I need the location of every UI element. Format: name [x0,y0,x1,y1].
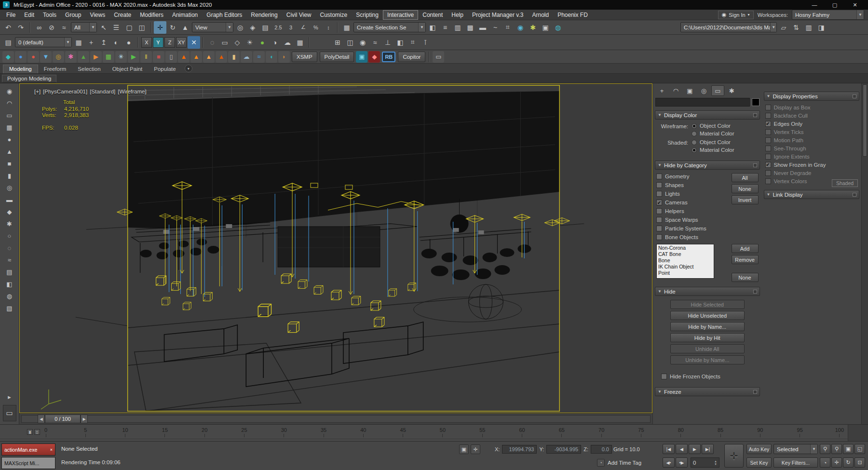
x-coordinate-field[interactable]: 19994.793 [502,445,537,454]
light-lister-icon[interactable]: ☀ [244,36,256,49]
menu-item[interactable]: Edit [20,10,39,20]
select-and-rotate-icon[interactable]: ↻ [166,21,179,34]
category-checkbox[interactable]: Shapes [656,181,732,189]
display-color-rollout[interactable]: ▼ Display Color [655,110,760,120]
axis-constraint-button[interactable]: X [141,37,152,48]
hide-button[interactable]: Unhide All [670,344,745,353]
open-recent-icon[interactable]: ⇅ [790,21,802,34]
schematic-view-icon[interactable]: ⌗ [502,21,514,34]
timeline-tick[interactable]: 95 [793,427,807,437]
category-list-item[interactable]: Non-Corona [658,245,712,251]
colorist-tool-icon[interactable]: ◆ [368,51,380,63]
display-property-checkbox[interactable]: Backface Cull [765,111,859,120]
phoenix-smoke-icon[interactable]: ☁ [241,51,252,63]
phoenix-ocean-icon[interactable]: ≈ [253,51,265,63]
remove-button[interactable]: Remove [732,255,759,264]
menu-item[interactable]: Arnold [528,10,553,20]
previous-frame-arrow[interactable]: ◀ [38,415,45,423]
motion-tab-icon[interactable]: ◎ [697,85,710,96]
link-display-rollout[interactable]: ▼ Link Display [764,190,860,199]
orbit-icon[interactable]: ↻ [843,457,854,468]
set-key-button[interactable]: Set Key [746,457,772,468]
ribbon-tab[interactable]: Freeform [38,65,72,73]
panel-tool-icon[interactable]: ▤ [3,266,16,278]
named-selection-set-select[interactable]: Create Selection Se▼ [353,22,426,32]
timeline-tick[interactable]: 0 [39,427,53,437]
menu-item[interactable]: Phoenix FD [553,10,592,20]
viewport-camera-menu[interactable]: [PhysCamera001] [43,89,87,94]
current-layer-icon[interactable]: ● [122,36,135,49]
menu-item[interactable]: Animation [168,10,202,20]
menu-item[interactable]: Customize [316,10,352,20]
rectangular-selection-region-icon[interactable]: ▢ [123,21,136,34]
timeline-tick[interactable]: 55 [475,427,489,437]
reference-coordinate-select[interactable]: View▼ [192,22,233,32]
measure-ruler-icon[interactable]: ▭ [433,51,444,63]
undo-icon[interactable]: ↶ [2,21,14,34]
hide-button[interactable]: Hide by Hit [670,333,745,342]
time-slider-value[interactable]: 0 / 100 [45,415,81,423]
display-property-checkbox[interactable]: Show Frozen in Gray [765,161,859,169]
timeline-tick[interactable]: 80 [674,427,688,437]
window-crossing-toggle-icon[interactable]: ◫ [136,21,148,34]
selection-lock-toggle-icon[interactable]: ▣ [459,444,469,454]
viewport-general-menu[interactable]: [+] [34,89,41,94]
sim-stop-icon[interactable]: ■ [153,51,164,63]
exposure-control-icon[interactable]: ◑ [269,36,281,49]
mirror-icon[interactable]: ◧ [426,21,439,34]
lighting-analysis-icon[interactable]: ● [256,36,269,49]
ribbon-tab[interactable]: Selection [72,65,106,73]
phoenix-fire-3-icon[interactable]: ▲ [203,51,215,63]
camera-viewport[interactable]: [+][PhysCamera001][Standard][Wireframe] … [19,83,652,413]
wireframe-object-color-radio[interactable]: Object Color [692,123,734,129]
snow-generator-icon[interactable]: ✳ [115,51,127,63]
percent-snap-icon[interactable]: % [310,21,322,34]
hierarchy-tab-icon[interactable]: ▣ [683,85,696,96]
asset-browser-icon[interactable]: ▥ [802,21,815,34]
xsmp-button[interactable]: XSMP [292,52,317,62]
category-checkbox[interactable]: Cameras [656,198,732,207]
display-property-checkbox[interactable]: Ignore Extents [765,152,859,161]
menu-item[interactable]: Group [61,10,85,20]
hide-button[interactable]: Hide Selected [670,300,745,309]
add-button[interactable]: Add [732,244,759,253]
phoenix-candle-icon[interactable]: ▮ [228,51,240,63]
monitor-tool-icon[interactable]: ▣ [356,51,367,63]
use-pivot-center-icon[interactable]: ◎ [234,21,246,34]
utilities-tab-icon[interactable]: ✱ [725,85,738,96]
absolute-offset-toggle-icon[interactable]: ✛ [471,444,480,454]
category-checkbox[interactable]: Particle Systems [656,224,732,233]
y-coordinate-field[interactable]: -9034.995 [546,445,581,454]
wireframe-material-color-radio[interactable]: Material Color [692,131,734,136]
wave-tool-icon[interactable]: ≈ [3,254,16,266]
key-mode-select[interactable]: Selected▼ [773,444,818,454]
material-cleaner-icon[interactable]: ● [27,51,39,63]
material-converter-icon[interactable]: ● [15,51,27,63]
category-list-item[interactable]: Point [658,270,712,276]
display-properties-rollout[interactable]: ▼ Display Properties [764,92,860,101]
phoenix-liquid-icon[interactable]: ▼ [40,51,52,63]
clone-align-icon[interactable]: ◧ [394,36,407,49]
timeline-tick[interactable]: 60 [515,427,529,437]
viewport-standard-menu[interactable]: [Standard] [90,89,115,94]
relink-bitmaps-icon[interactable]: ◆ [2,51,14,63]
timeline-tick[interactable]: 70 [594,427,609,437]
category-list-item[interactable]: IK Chain Object [658,264,712,270]
grid-tool-icon[interactable]: ▦ [3,121,16,134]
viewport-layout-tab[interactable]: ▭ [3,405,16,421]
layer-select[interactable]: 0 (default)▼ [15,37,72,47]
hide-button[interactable]: Hide by Name... [670,322,745,331]
sign-in-button[interactable]: ◉ Sign In ▾ [718,11,754,19]
measure-distance-icon[interactable]: ⊺ [419,36,432,49]
menu-item[interactable]: Rendering [246,10,282,20]
ribbon-tab[interactable]: Object Paint [107,65,149,73]
pan-icon[interactable]: ✛ [831,457,842,468]
plane-tool-icon[interactable]: ▬ [3,194,16,206]
spacing-tool-icon[interactable]: ≈ [369,36,381,49]
time-slider[interactable]: ◀ 0 / 100 ▶ [19,413,652,424]
ribbon-toggle-icon[interactable]: ▬ [476,21,489,34]
color-picker-icon[interactable]: ◉ [3,85,16,97]
frame-spinner[interactable]: ▲▼ [714,460,717,466]
maximize-button[interactable]: ▢ [825,0,845,10]
display-tab-icon[interactable]: ▭ [711,85,724,96]
